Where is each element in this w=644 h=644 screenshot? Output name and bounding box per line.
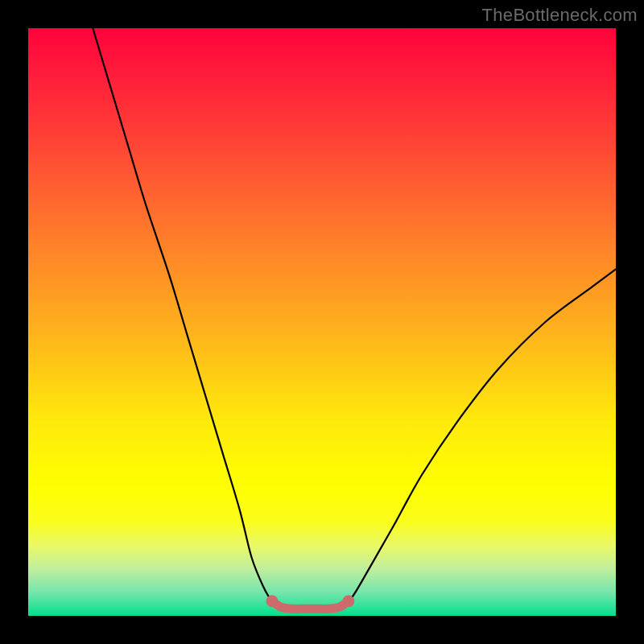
watermark-text: TheBottleneck.com — [482, 5, 638, 26]
valley-highlight — [272, 601, 349, 609]
valley-dot — [342, 595, 354, 607]
valley-dot — [266, 595, 278, 607]
curve-left-branch — [93, 28, 281, 607]
chart-frame: TheBottleneck.com — [0, 0, 644, 644]
curves-layer — [0, 0, 644, 644]
curve-right-branch — [340, 269, 616, 607]
